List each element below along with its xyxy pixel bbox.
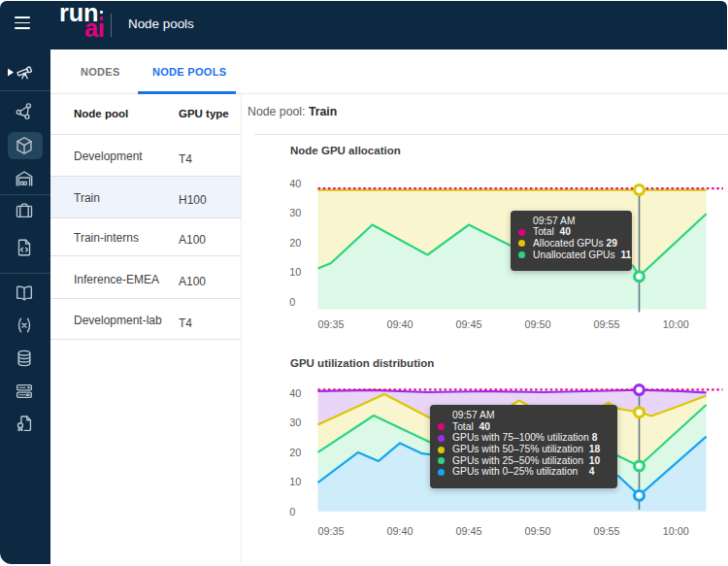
svg-text:40: 40 (289, 178, 301, 189)
svg-text:09:50: 09:50 (525, 318, 551, 330)
svg-text:20: 20 (289, 447, 301, 458)
svg-text:20: 20 (289, 237, 301, 249)
svg-text:0: 0 (289, 506, 295, 517)
svg-text:09:35: 09:35 (317, 525, 344, 537)
svg-text:09:55: 09:55 (594, 525, 620, 537)
svg-text:09:45: 09:45 (456, 318, 482, 330)
svg-text:0: 0 (289, 296, 295, 308)
svg-text:30: 30 (289, 207, 301, 218)
svg-text:10:00: 10:00 (663, 318, 689, 330)
svg-text:09:35: 09:35 (317, 318, 344, 330)
svg-text:30: 30 (289, 416, 301, 428)
svg-text:09:55: 09:55 (594, 318, 620, 330)
svg-text:10: 10 (289, 476, 301, 487)
svg-text:09:40: 09:40 (386, 525, 413, 537)
svg-text:09:40: 09:40 (386, 318, 413, 330)
svg-text:09:45: 09:45 (456, 525, 482, 537)
svg-text:10: 10 (289, 266, 301, 278)
svg-text:10:00: 10:00 (663, 525, 689, 537)
svg-text:40: 40 (289, 387, 301, 399)
svg-text:09:50: 09:50 (525, 525, 551, 537)
